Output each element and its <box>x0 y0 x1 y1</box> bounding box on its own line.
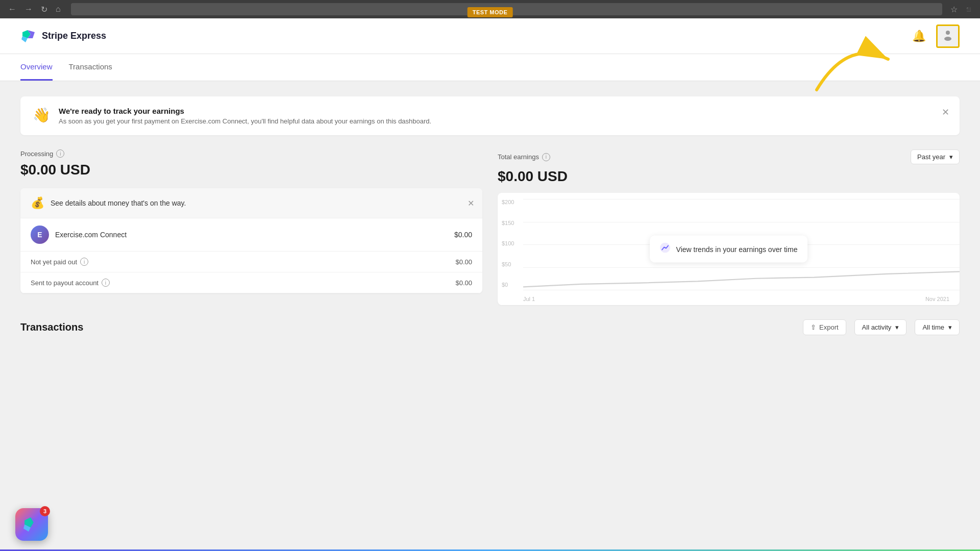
not-yet-paid-row: Not yet paid out i $0.00 <box>20 252 482 272</box>
browser-star-icon[interactable]: ☆ <box>950 5 958 14</box>
sent-to-payout-info-icon[interactable]: i <box>102 279 110 287</box>
y-label-0: $0 <box>502 282 519 288</box>
chart-x-labels: Jul 1 Nov 2021 <box>523 296 949 302</box>
time-filter-label: All time <box>922 323 944 331</box>
tab-overview[interactable]: Overview <box>20 54 53 81</box>
stripe-express-logo-icon <box>20 28 37 44</box>
processing-panel: Processing i $0.00 USD 💰 See details abo… <box>20 149 482 305</box>
processing-details-card: 💰 See details about money that's on the … <box>20 188 482 293</box>
trend-icon <box>660 243 670 256</box>
money-bag-icon: 💰 <box>31 196 44 210</box>
export-icon: ⇧ <box>811 323 816 331</box>
processing-amount: $0.00 USD <box>20 162 482 178</box>
info-banner: 👋 We're ready to track your earnings As … <box>20 96 960 135</box>
main-content: 👋 We're ready to track your earnings As … <box>0 81 980 549</box>
y-label-100: $100 <box>502 240 519 246</box>
earnings-panel: Total earnings i Past year ▾ $0.00 USD $… <box>498 149 960 305</box>
app-header: Stripe Express 🔔 <box>0 18 980 54</box>
period-label: Past year <box>917 153 945 161</box>
details-card-banner: 💰 See details about money that's on the … <box>20 188 482 218</box>
exercise-connect-icon: E <box>31 226 49 244</box>
nav-back-button[interactable]: ← <box>6 3 18 16</box>
browser-extension-icon[interactable]: ◾ <box>964 5 974 14</box>
app-title: Stripe Express <box>42 31 106 41</box>
time-chevron-icon: ▾ <box>948 323 952 331</box>
details-banner-text: See details about money that's on the wa… <box>51 199 186 207</box>
floating-app-button[interactable]: 3 <box>15 508 48 541</box>
y-label-200: $200 <box>502 199 519 205</box>
not-yet-paid-amount: $0.00 <box>455 258 472 266</box>
activity-filter-button[interactable]: All activity ▾ <box>854 319 907 335</box>
wave-icon: 👋 <box>33 107 51 123</box>
nav-refresh-button[interactable]: ↻ <box>39 3 50 16</box>
notification-badge: 3 <box>40 506 50 516</box>
time-filter-button[interactable]: All time ▾ <box>915 319 960 335</box>
not-yet-paid-info-icon[interactable]: i <box>80 258 88 266</box>
user-avatar-button[interactable] <box>936 24 960 48</box>
period-selector-button[interactable]: Past year ▾ <box>911 149 960 164</box>
logo-area: Stripe Express <box>20 28 106 44</box>
details-close-button[interactable]: ✕ <box>468 198 474 208</box>
trend-overlay[interactable]: View trends in your earnings over time <box>650 236 808 263</box>
total-earnings-label: Total earnings i <box>498 153 911 161</box>
sent-to-payout-label: Sent to payout account i <box>31 279 451 287</box>
x-label-nov: Nov 2021 <box>925 296 949 302</box>
not-yet-paid-label: Not yet paid out i <box>31 258 451 266</box>
exercise-connect-label: Exercise.com Connect <box>55 231 448 239</box>
export-label: Export <box>819 323 839 331</box>
total-earnings-amount: $0.00 USD <box>498 168 960 185</box>
svg-point-0 <box>946 31 950 35</box>
app-container: Stripe Express 🔔 <box>0 18 980 548</box>
notification-button[interactable]: 🔔 <box>910 28 928 45</box>
banner-description: As soon as you get your first payment on… <box>59 117 431 125</box>
user-icon <box>942 29 954 44</box>
earnings-info-icon[interactable]: i <box>542 153 550 161</box>
svg-point-1 <box>944 37 951 41</box>
bell-icon: 🔔 <box>912 30 926 42</box>
activity-chevron-icon: ▾ <box>895 323 899 331</box>
nav-home-button[interactable]: ⌂ <box>54 3 63 16</box>
banner-title: We're ready to track your earnings <box>59 107 431 115</box>
two-column-layout: Processing i $0.00 USD 💰 See details abo… <box>20 149 960 305</box>
transactions-section: Transactions ⇧ Export All activity ▾ All… <box>20 319 960 335</box>
processing-info-icon[interactable]: i <box>56 149 64 158</box>
chart-y-labels: $200 $150 $100 $50 $0 <box>498 193 523 290</box>
exercise-connect-amount: $0.00 <box>454 231 472 239</box>
transactions-title: Transactions <box>20 321 795 333</box>
header-right: 🔔 <box>910 24 960 48</box>
y-label-150: $150 <box>502 220 519 226</box>
earnings-chart: $200 $150 $100 $50 $0 <box>498 193 960 305</box>
sent-to-payout-row: Sent to payout account i $0.00 <box>20 272 482 293</box>
exercise-connect-row: E Exercise.com Connect $0.00 <box>20 218 482 252</box>
nav-tabs: Overview Transactions <box>0 54 980 81</box>
chevron-down-icon: ▾ <box>949 153 953 161</box>
floating-app-icon <box>22 515 41 534</box>
test-mode-badge: TEST MODE <box>468 7 513 17</box>
sent-to-payout-amount: $0.00 <box>455 279 472 287</box>
banner-close-button[interactable]: ✕ <box>942 107 949 118</box>
x-label-jul: Jul 1 <box>523 296 535 302</box>
activity-filter-label: All activity <box>862 323 892 331</box>
chart-header: Total earnings i Past year ▾ <box>498 149 960 164</box>
trend-text: View trends in your earnings over time <box>676 245 798 253</box>
y-label-50: $50 <box>502 261 519 267</box>
processing-label: Processing i <box>20 149 482 158</box>
tab-transactions[interactable]: Transactions <box>69 54 112 81</box>
export-button[interactable]: ⇧ Export <box>803 319 846 335</box>
banner-text-area: We're ready to track your earnings As so… <box>59 107 431 125</box>
nav-forward-button[interactable]: → <box>22 3 35 16</box>
